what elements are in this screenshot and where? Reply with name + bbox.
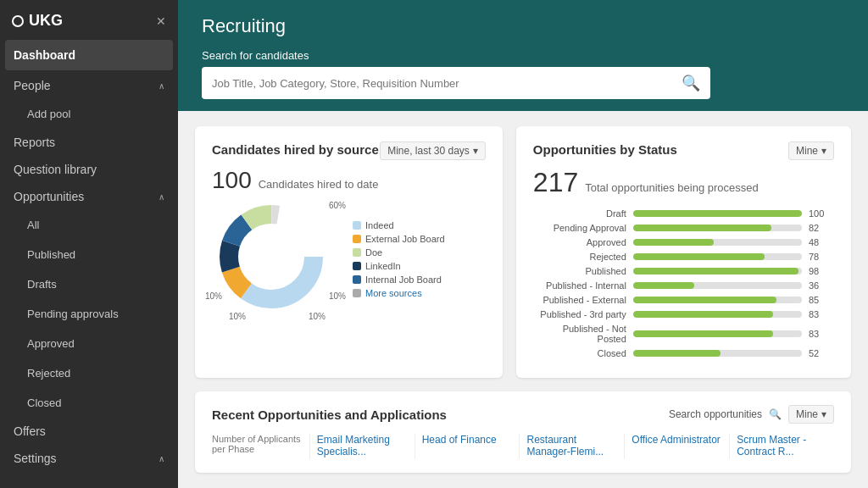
legend-color <box>353 289 361 297</box>
recent-col-value[interactable]: Head of Finance <box>422 434 513 446</box>
sidebar: UKG ✕ DashboardPeople∧Add poolReportsQue… <box>0 0 178 488</box>
recent-card-header: Recent Opportunities and Applications Se… <box>212 405 834 424</box>
legend-item: Indeed <box>353 220 445 230</box>
chevron-icon: ∧ <box>159 81 164 91</box>
hired-count: 100 <box>212 167 252 194</box>
top-bar: Recruiting Search for candidates 🔍 <box>178 0 868 111</box>
legend-color <box>353 221 361 230</box>
sidebar-item-people[interactable]: People∧ <box>0 72 178 99</box>
status-label: Published - Internal <box>533 280 626 291</box>
recent-columns: Number of Applicants per PhaseEmail Mark… <box>212 434 834 459</box>
chevron-down-icon: ▾ <box>473 145 478 157</box>
legend-item: LinkedIn <box>353 261 445 271</box>
status-label: Published - External <box>533 295 626 305</box>
recent-col-value[interactable]: Scrum Master - Contract R... <box>737 434 827 458</box>
recent-col-value[interactable]: Office Administrator <box>632 434 722 446</box>
pct-label-10d: 10% <box>329 291 346 301</box>
recent-col: Office Administrator <box>625 434 730 459</box>
status-bar-row: Closed52 <box>533 348 834 358</box>
status-bar-row: Published - 3rd party83 <box>533 309 834 319</box>
recent-col-label: Number of Applicants per Phase <box>212 434 303 454</box>
cards-row: Candidates hired by source Mine, last 30… <box>195 126 851 378</box>
sidebar-item-label: Drafts <box>27 278 57 291</box>
legend-item: Internal Job Board <box>353 274 445 285</box>
legend-color <box>353 235 361 243</box>
opp-filter-button[interactable]: Mine ▾ <box>788 141 834 160</box>
opp-card-title: Opportunities by Status <box>533 141 677 158</box>
status-label: Pending Approval <box>533 223 626 233</box>
recent-filter-button[interactable]: Mine ▾ <box>788 405 834 424</box>
bar-value: 36 <box>809 280 834 291</box>
bar-track <box>633 253 802 260</box>
sidebar-item-label: Opportunities <box>14 190 84 203</box>
sidebar-item-published[interactable]: Published <box>0 240 178 269</box>
bar-value: 52 <box>809 348 834 358</box>
sidebar-item-add-pool[interactable]: Add pool <box>0 99 178 129</box>
sidebar-item-approved[interactable]: Approved <box>0 329 178 358</box>
chevron-icon: ∧ <box>159 192 164 202</box>
legend-color <box>353 275 361 284</box>
recent-opportunities-card: Recent Opportunities and Applications Se… <box>195 391 851 473</box>
status-label: Published - Not Posted <box>533 324 626 344</box>
sidebar-close-button[interactable]: ✕ <box>156 14 166 28</box>
recent-col: Email Marketing Specialis... <box>310 434 415 459</box>
search-button[interactable]: 🔍 <box>671 67 710 99</box>
sidebar-item-rejected[interactable]: Rejected <box>0 358 178 388</box>
bar-track <box>633 210 802 217</box>
sidebar-item-drafts[interactable]: Drafts <box>0 269 178 299</box>
sidebar-item-settings[interactable]: Settings∧ <box>0 445 178 472</box>
legend-label: Doe <box>365 247 382 258</box>
donut-chart <box>212 197 331 316</box>
legend-color <box>353 262 361 270</box>
bar-fill <box>633 268 798 274</box>
bar-track <box>633 225 802 231</box>
sidebar-item-label: Add pool <box>27 108 70 120</box>
sidebar-item-question-library[interactable]: Question library <box>0 156 178 183</box>
search-input[interactable] <box>202 69 671 97</box>
main-content: Recruiting Search for candidates 🔍 Candi… <box>178 0 868 488</box>
recent-controls: Search opportunities 🔍 Mine ▾ <box>669 405 834 424</box>
sidebar-item-label: Rejected <box>27 367 70 380</box>
recent-col-value[interactable]: Restaurant Manager-Flemi... <box>526 434 617 458</box>
bar-value: 78 <box>809 252 834 262</box>
bar-value: 100 <box>809 208 834 219</box>
pct-label-60: 60% <box>329 201 346 210</box>
bar-track <box>633 297 802 303</box>
search-row: 🔍 <box>202 67 710 99</box>
opp-count-row: 217 Total opportunities being processed <box>533 167 834 198</box>
bar-track <box>633 268 802 274</box>
status-bar-row: Pending Approval82 <box>533 223 834 233</box>
opp-card-header: Opportunities by Status Mine ▾ <box>533 141 834 160</box>
legend-label: LinkedIn <box>365 261 401 271</box>
legend-label: External Job Board <box>365 234 445 244</box>
bar-value: 83 <box>809 329 834 339</box>
opp-total-subtitle: Total opportunities being processed <box>585 181 759 194</box>
chevron-down-icon: ▾ <box>821 408 826 420</box>
sidebar-item-reports[interactable]: Reports <box>0 129 178 156</box>
sidebar-item-dashboard[interactable]: Dashboard <box>5 40 173 70</box>
sidebar-item-offers[interactable]: Offers <box>0 418 178 445</box>
sidebar-item-all[interactable]: All <box>0 210 178 240</box>
status-bar-row: Published98 <box>533 266 834 276</box>
sidebar-item-closed[interactable]: Closed <box>0 388 178 418</box>
legend-item: More sources <box>353 288 445 298</box>
sidebar-item-label: Closed <box>27 396 61 409</box>
status-label: Rejected <box>533 252 626 262</box>
sidebar-item-label: Pending approvals <box>27 308 119 320</box>
legend-item: External Job Board <box>353 234 445 244</box>
bar-fill <box>633 225 771 231</box>
legend-label[interactable]: More sources <box>365 288 422 298</box>
card-header: Candidates hired by source Mine, last 30… <box>212 141 486 160</box>
bar-value: 85 <box>809 295 834 305</box>
sidebar-item-opportunities[interactable]: Opportunities∧ <box>0 183 178 210</box>
bar-fill <box>633 239 715 246</box>
bar-value: 83 <box>809 309 834 319</box>
bar-value: 98 <box>809 266 834 276</box>
sidebar-navigation: DashboardPeople∧Add poolReportsQuestion … <box>0 38 178 472</box>
search-icon[interactable]: 🔍 <box>769 408 782 420</box>
recent-col-value[interactable]: Email Marketing Specialis... <box>317 434 408 458</box>
sidebar-item-pending-approvals[interactable]: Pending approvals <box>0 299 178 329</box>
sidebar-item-label: Published <box>27 248 75 261</box>
candidates-filter-button[interactable]: Mine, last 30 days ▾ <box>380 141 486 160</box>
sidebar-logo: UKG <box>12 12 63 30</box>
